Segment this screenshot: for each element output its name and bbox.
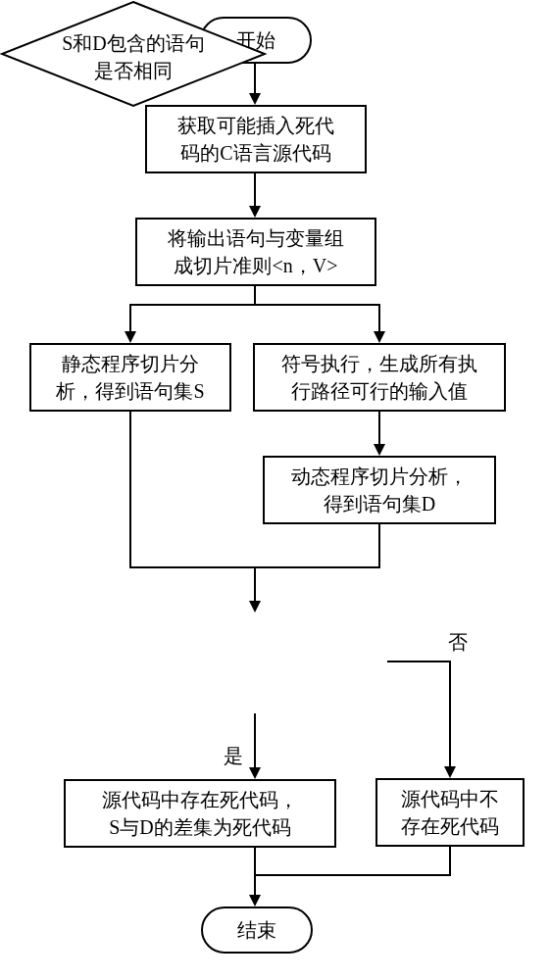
arrow — [254, 286, 256, 306]
arrow — [378, 412, 380, 446]
step2-label: 将输出语句与变量组 成切片准则<n，V> — [168, 224, 344, 279]
result-yes-label: 源代码中存在死代码， S与D的差集为死代码 — [102, 786, 298, 841]
arrow — [254, 848, 256, 897]
arrow-head — [374, 444, 385, 456]
step4-right-node: 动态程序切片分析， 得到语句集D — [263, 456, 496, 524]
label-no: 否 — [448, 629, 468, 656]
arrow-head — [249, 206, 261, 218]
step3-right-label: 符号执行，生成所有执 行路径可行的输入值 — [281, 350, 477, 405]
result-no-node: 源代码中不 存在死代码 — [375, 778, 525, 847]
arrow — [129, 304, 131, 333]
arrow — [254, 874, 451, 876]
arrow — [378, 524, 380, 568]
decision-node: S和D包含的语句 是否相同 — [0, 0, 267, 108]
label-yes: 是 — [224, 743, 243, 769]
result-yes-node: 源代码中存在死代码， S与D的差集为死代码 — [64, 779, 336, 848]
arrow-head — [249, 895, 261, 906]
arrow — [254, 566, 256, 603]
step1-node: 获取可能插入死代 码的C语言源代码 — [145, 105, 367, 173]
step2-node: 将输出语句与变量组 成切片准则<n，V> — [135, 218, 376, 286]
arrow — [254, 713, 256, 769]
step4-right-label: 动态程序切片分析， 得到语句集D — [291, 463, 468, 517]
arrow — [449, 661, 451, 768]
arrow — [254, 173, 256, 208]
arrow-head — [249, 767, 261, 779]
arrow — [378, 304, 380, 333]
arrow-head — [374, 331, 385, 343]
arrow — [129, 304, 380, 306]
end-label: 结束 — [237, 916, 276, 944]
step3-left-label: 静态程序切片分 析，得到语句集S — [56, 350, 204, 405]
step3-left-node: 静态程序切片分 析，得到语句集S — [29, 343, 231, 412]
arrow — [449, 847, 451, 876]
arrow-head — [125, 331, 136, 343]
result-no-label: 源代码中不 存在死代码 — [401, 785, 499, 840]
arrow-head — [249, 601, 261, 612]
step1-label: 获取可能插入死代 码的C语言源代码 — [177, 112, 334, 167]
arrow-head — [444, 766, 456, 778]
step3-right-node: 符号执行，生成所有执 行路径可行的输入值 — [253, 343, 506, 412]
arrow — [129, 412, 131, 568]
arrow — [387, 661, 451, 662]
end-node: 结束 — [201, 906, 313, 954]
decision-label: S和D包含的语句 是否相同 — [0, 0, 267, 84]
